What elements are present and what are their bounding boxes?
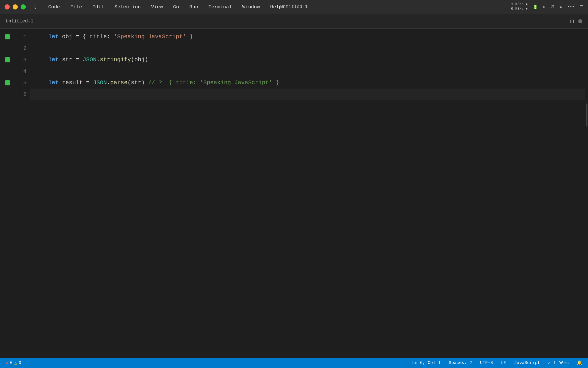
close-button[interactable] bbox=[5, 4, 10, 9]
more-icon: ••• bbox=[567, 5, 575, 9]
notifications-icon[interactable]: 🔔 bbox=[577, 360, 582, 366]
menu-selection[interactable]: Selection bbox=[113, 3, 142, 11]
breakpoint-indicator bbox=[5, 57, 10, 62]
airdrop-icon: ◈ bbox=[560, 5, 562, 9]
editor-area: 123456 let obj = { title: 'Speaking Java… bbox=[0, 29, 588, 358]
gutter-row[interactable] bbox=[0, 89, 15, 100]
timing[interactable]: ✓ 1.96ms bbox=[548, 360, 569, 366]
code-line[interactable] bbox=[30, 89, 585, 100]
network-speed: 1 KB/s ▲ 0 KB/s ▼ bbox=[511, 2, 528, 11]
code-line[interactable]: let obj = { title: 'Speaking JavaScript'… bbox=[30, 31, 585, 43]
error-icon: ⊗ bbox=[6, 360, 8, 366]
list-icon: ☰ bbox=[580, 5, 583, 9]
token-kw: let bbox=[48, 31, 59, 43]
token-json-obj: JSON bbox=[83, 54, 96, 66]
error-number: 0 bbox=[10, 361, 13, 365]
token-kw: let bbox=[48, 77, 59, 89]
gutter-row[interactable] bbox=[0, 66, 15, 77]
menu-bar:  Code File Edit Selection View Go Run T… bbox=[0, 0, 588, 14]
line-number: 1 bbox=[15, 31, 26, 43]
token-plain: . bbox=[107, 77, 110, 89]
code-line[interactable]: let result = JSON.parse(str) // ? { titl… bbox=[30, 77, 585, 89]
menu-items:  Code File Edit Selection View Go Run T… bbox=[33, 3, 504, 12]
code-line[interactable]: let str = JSON.stringify(obj) bbox=[30, 54, 585, 66]
status-left: ⊗ 0 △ 0 bbox=[6, 360, 21, 366]
menu-code[interactable]: Code bbox=[47, 3, 62, 11]
status-right: Ln 6, Col 1 Spaces: 2 UTF-8 LF JavaScrip… bbox=[412, 360, 582, 366]
token-kw: let bbox=[48, 54, 59, 66]
wifi-icon: ⊜ bbox=[543, 5, 545, 9]
gutter-row[interactable] bbox=[0, 31, 15, 43]
split-editor-icon[interactable]: ◫ bbox=[570, 18, 574, 25]
tab-bar: Untitled-1 ◫ bbox=[0, 14, 588, 29]
cursor-position[interactable]: Ln 6, Col 1 bbox=[412, 361, 441, 365]
line-number: 5 bbox=[15, 77, 26, 89]
error-count[interactable]: ⊗ 0 △ 0 bbox=[6, 360, 21, 366]
line-ending[interactable]: LF bbox=[501, 361, 506, 365]
tab-title[interactable]: Untitled-1 bbox=[6, 19, 33, 24]
menu-window[interactable]: Window bbox=[241, 3, 262, 11]
menu-file[interactable]: File bbox=[69, 3, 84, 11]
scrollbar[interactable] bbox=[585, 29, 588, 358]
token-method: stringify bbox=[100, 54, 131, 66]
token-plain: (obj) bbox=[131, 54, 148, 66]
token-plain: str = bbox=[59, 54, 83, 66]
minimize-button[interactable] bbox=[13, 4, 18, 9]
line-number: 3 bbox=[15, 54, 26, 66]
scrollbar-thumb[interactable] bbox=[586, 103, 587, 126]
network-down: 0 KB/s ▼ bbox=[511, 7, 528, 12]
menu-right-icons: 1 KB/s ▲ 0 KB/s ▼ 🔋 ⊜ ⏱ ◈ ••• ☰ bbox=[511, 2, 583, 11]
token-json-obj: JSON bbox=[93, 77, 107, 89]
line-number: 4 bbox=[15, 66, 26, 77]
gutter-row[interactable] bbox=[0, 77, 15, 89]
unsaved-indicator bbox=[578, 19, 582, 23]
line-number: 2 bbox=[15, 43, 26, 54]
breakpoint-gutter bbox=[0, 29, 15, 358]
window-title: Untitled-1 bbox=[280, 4, 308, 9]
menu-view[interactable]: View bbox=[149, 3, 165, 11]
status-bar: ⊗ 0 △ 0 Ln 6, Col 1 Spaces: 2 UTF-8 LF J… bbox=[0, 358, 588, 368]
line-numbers: 123456 bbox=[15, 29, 30, 358]
traffic-lights bbox=[5, 4, 26, 9]
language-mode[interactable]: JavaScript bbox=[514, 361, 540, 365]
token-plain: . bbox=[96, 54, 100, 66]
line-number: 6 bbox=[15, 89, 26, 100]
encoding[interactable]: UTF-8 bbox=[480, 361, 493, 365]
gutter-row[interactable] bbox=[0, 54, 15, 66]
token-method: parse bbox=[110, 77, 127, 89]
breakpoint-indicator bbox=[5, 80, 10, 85]
token-comment: // ? { title: 'Speaking JavaScript' } bbox=[148, 77, 279, 89]
gutter-row[interactable] bbox=[0, 43, 15, 54]
menu-edit[interactable]: Edit bbox=[91, 3, 106, 11]
network-up: 1 KB/s ▲ bbox=[511, 2, 528, 7]
token-plain: obj = { title: bbox=[59, 31, 114, 43]
apple-menu[interactable]:  bbox=[33, 3, 40, 12]
maximize-button[interactable] bbox=[21, 4, 26, 9]
menu-go[interactable]: Go bbox=[171, 3, 181, 11]
tab-actions: ◫ bbox=[570, 18, 582, 25]
clock-icon: ⏱ bbox=[550, 5, 554, 9]
token-plain: result = bbox=[59, 77, 93, 89]
breakpoint-indicator bbox=[5, 34, 10, 39]
battery-icon: 🔋 bbox=[533, 5, 538, 9]
token-plain: } bbox=[186, 31, 193, 43]
token-plain: (str) bbox=[127, 77, 148, 89]
warning-number: 0 bbox=[19, 361, 21, 365]
code-line[interactable] bbox=[30, 43, 585, 54]
menu-terminal[interactable]: Terminal bbox=[207, 3, 234, 11]
code-content[interactable]: let obj = { title: 'Speaking JavaScript'… bbox=[30, 29, 585, 358]
menu-run[interactable]: Run bbox=[188, 3, 200, 11]
warning-icon: △ bbox=[14, 360, 17, 366]
token-string: 'Speaking JavaScript' bbox=[114, 31, 186, 43]
indentation[interactable]: Spaces: 2 bbox=[449, 361, 472, 365]
code-line[interactable] bbox=[30, 66, 585, 77]
